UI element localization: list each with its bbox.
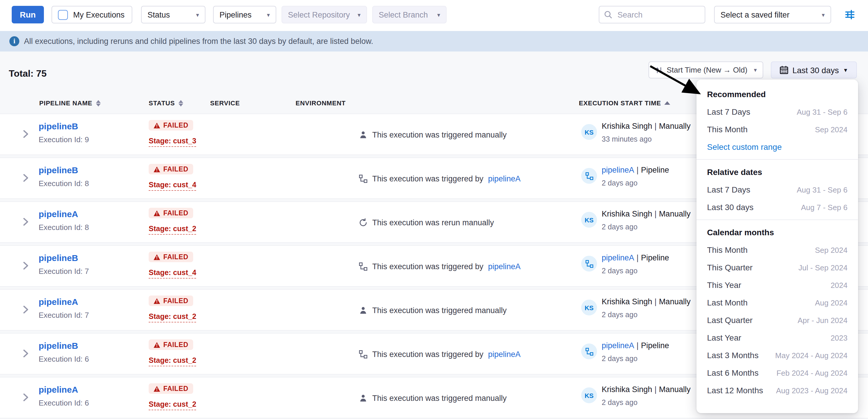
my-executions-label: My Executions	[73, 10, 125, 19]
status-badge[interactable]: FAILED	[149, 383, 193, 394]
expand-row-button[interactable]	[22, 393, 29, 405]
pipeline-name-link[interactable]: pipelineA	[39, 297, 78, 307]
status-badge[interactable]: FAILED	[149, 295, 193, 306]
status-dropdown[interactable]: Status ▾	[141, 6, 206, 23]
option-label: Last 6 Months	[707, 368, 758, 378]
pipeline-avatar-icon	[585, 260, 593, 268]
pipeline-name-link[interactable]: pipelineB	[39, 121, 78, 131]
execution-id: Execution Id: 9	[39, 135, 89, 144]
expand-row-button[interactable]	[22, 305, 29, 317]
select-repository-dropdown[interactable]: Select Repository ▾	[282, 6, 367, 23]
total-count: Total: 75	[9, 68, 46, 79]
failed-stage-link[interactable]: Stage: cust_4	[149, 181, 196, 191]
column-pipeline-name[interactable]: PIPELINE NAME	[39, 99, 101, 106]
option-date-range: Jul - Sep 2024	[798, 263, 847, 272]
option-date-range: Sep 2024	[815, 125, 847, 134]
search-input[interactable]	[616, 10, 700, 20]
expand-row-button[interactable]	[22, 173, 29, 185]
actor-detail: Manually	[659, 210, 691, 218]
run-button[interactable]: Run	[12, 6, 44, 23]
date-range-option[interactable]: Select custom range	[707, 138, 847, 156]
status-badge[interactable]: FAILED	[149, 208, 193, 218]
actor-name: Krishika Singh	[602, 297, 652, 306]
trigger-text: This execution was rerun manually	[372, 218, 494, 227]
date-range-option[interactable]: Last 6 Months Feb 2024 - Aug 2024	[707, 364, 847, 382]
pipeline-avatar-icon	[585, 347, 593, 355]
column-execution-start-time[interactable]: EXECUTION START TIME	[579, 99, 671, 106]
warning-triangle-icon	[153, 297, 160, 304]
my-executions-checkbox[interactable]	[58, 10, 68, 20]
calendar-icon	[780, 66, 788, 74]
date-range-option[interactable]: This Month Sep 2024	[707, 121, 847, 138]
chevron-right-icon	[22, 349, 29, 358]
chevron-right-icon	[22, 129, 29, 139]
date-range-option[interactable]: Last Year 2023	[707, 329, 847, 347]
date-range-option[interactable]: Last Month Aug 2024	[707, 294, 847, 311]
select-branch-dropdown[interactable]: Select Branch ▾	[372, 6, 446, 23]
separator: |	[634, 253, 641, 262]
actor-detail: Manually	[659, 297, 691, 306]
status-badge[interactable]: FAILED	[149, 340, 193, 350]
actor-name: pipelineA	[602, 341, 634, 350]
date-range-option[interactable]: This Year 2024	[707, 276, 847, 294]
date-range-option[interactable]: This Month Sep 2024	[707, 241, 847, 259]
pipeline-name-link[interactable]: pipelineA	[39, 209, 78, 219]
pipeline-name-link[interactable]: pipelineB	[39, 341, 78, 351]
execution-id: Execution Id: 7	[39, 311, 89, 320]
select-branch-label: Select Branch	[379, 10, 428, 19]
failed-stage-link[interactable]: Stage: cust_2	[149, 225, 196, 235]
pipeline-trigger-icon	[359, 350, 368, 359]
option-date-range: May 2024 - Aug 2024	[775, 351, 847, 360]
chevron-right-icon	[22, 261, 29, 270]
filter-settings-button[interactable]	[843, 8, 856, 21]
trigger-text: This execution was triggered manually	[372, 394, 506, 402]
status-label: FAILED	[163, 341, 188, 348]
avatar: KS	[581, 124, 597, 140]
actor-detail: Pipeline	[641, 341, 669, 350]
failed-stage-link[interactable]: Stage: cust_4	[149, 268, 196, 279]
date-range-option[interactable]: Last 7 Days Aug 31 - Sep 6	[707, 103, 847, 121]
date-range-button[interactable]: Last 30 days ▼	[771, 61, 857, 78]
option-label: This Year	[707, 280, 741, 290]
pipeline-name-link[interactable]: pipelineB	[39, 165, 78, 175]
execution-time: 2 days ago	[602, 311, 638, 319]
pipelines-dropdown[interactable]: Pipelines ▾	[213, 6, 276, 23]
expand-row-button[interactable]	[22, 349, 29, 360]
trigger-pipeline-link[interactable]: pipelineA	[488, 174, 521, 183]
status-badge[interactable]: FAILED	[149, 164, 193, 174]
failed-stage-link[interactable]: Stage: cust_2	[149, 313, 196, 322]
my-executions-filter[interactable]: My Executions	[52, 6, 132, 23]
sort-dropdown[interactable]: Start Time (New → Old) ▾	[649, 61, 763, 78]
expand-row-button[interactable]	[22, 217, 29, 229]
failed-stage-link[interactable]: Stage: cust_2	[149, 356, 196, 366]
failed-stage-link[interactable]: Stage: cust_2	[149, 400, 196, 410]
date-range-option[interactable]: This Quarter Jul - Sep 2024	[707, 259, 847, 276]
search-icon	[604, 10, 612, 19]
avatar: KS	[581, 387, 597, 403]
option-date-range: 2023	[831, 333, 847, 342]
date-range-option[interactable]: Last 12 Months Aug 2023 - Aug 2024	[707, 382, 847, 399]
date-range-option[interactable]: Last 30 days Aug 7 - Sep 6	[707, 198, 847, 216]
sort-both-icon	[179, 100, 183, 106]
status-badge[interactable]: FAILED	[149, 120, 193, 130]
trigger-info: This execution was triggered by pipeline…	[359, 333, 521, 375]
separator: |	[652, 297, 659, 306]
column-environment: ENVIRONMENT	[296, 99, 346, 106]
pipeline-name-link[interactable]: pipelineA	[39, 384, 78, 394]
trigger-pipeline-link[interactable]: pipelineA	[488, 262, 521, 271]
expand-row-button[interactable]	[22, 261, 29, 273]
status-badge[interactable]: FAILED	[149, 252, 193, 262]
date-range-option[interactable]: Last 7 Days Aug 31 - Sep 6	[707, 181, 847, 198]
date-range-option[interactable]: Last Quarter Apr - Jun 2024	[707, 311, 847, 329]
saved-filter-dropdown[interactable]: Select a saved filter ▾	[714, 6, 831, 23]
column-pipeline-name-label: PIPELINE NAME	[39, 99, 92, 106]
column-status[interactable]: STATUS	[149, 99, 183, 106]
trigger-pipeline-link[interactable]: pipelineA	[488, 350, 521, 359]
chevron-right-icon	[22, 173, 29, 183]
warning-triangle-icon	[153, 210, 160, 216]
warning-triangle-icon	[153, 342, 160, 348]
date-range-option[interactable]: Last 3 Months May 2024 - Aug 2024	[707, 347, 847, 364]
pipeline-name-link[interactable]: pipelineB	[39, 253, 78, 263]
expand-row-button[interactable]	[22, 129, 29, 141]
failed-stage-link[interactable]: Stage: cust_3	[149, 137, 196, 147]
